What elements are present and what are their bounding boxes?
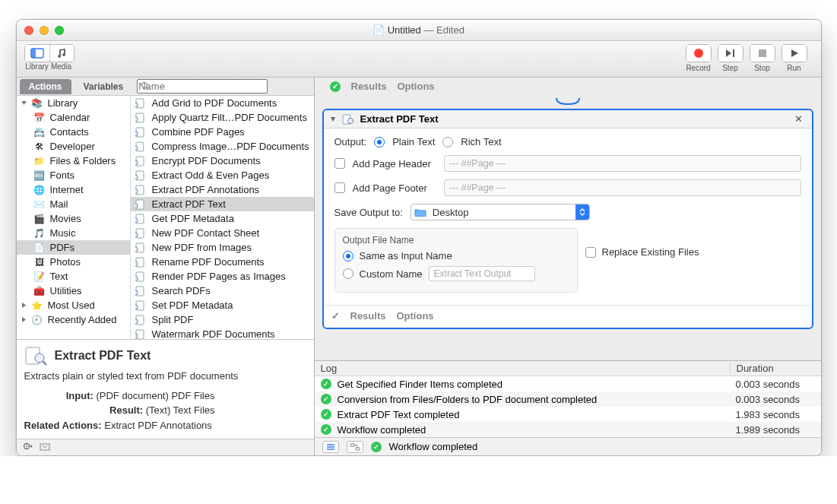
category-icon: 📄 <box>33 242 46 253</box>
radio-rich-text[interactable] <box>442 137 453 147</box>
category-row[interactable]: 🎬Movies <box>17 211 130 226</box>
action-header[interactable]: Extract PDF Text ✕ <box>324 110 812 128</box>
action-row[interactable]: Encrypt PDF Documents <box>131 154 314 168</box>
action-row[interactable]: Split PDF <box>131 312 314 327</box>
category-row[interactable]: ✉️Mail <box>17 197 130 211</box>
pdf-action-icon <box>135 271 147 282</box>
tab-actions[interactable]: Actions <box>20 79 71 94</box>
checkbox-replace-existing[interactable] <box>585 247 596 258</box>
action-row[interactable]: Extract Odd & Even Pages <box>131 168 314 182</box>
media-toggle-button[interactable] <box>49 45 74 62</box>
run-button[interactable] <box>782 45 807 62</box>
tab-variables[interactable]: Variables <box>75 79 133 94</box>
gear-menu-button[interactable] <box>23 442 33 453</box>
svg-point-7 <box>135 103 138 107</box>
category-row[interactable]: 🎵Music <box>17 226 130 240</box>
minimize-window-button[interactable] <box>40 26 49 35</box>
action-row[interactable]: Rename PDF Documents <box>131 255 314 269</box>
log-row[interactable]: ✓Extract PDF Text completed1.983 seconds <box>315 407 821 422</box>
log-view-list-button[interactable] <box>322 441 339 453</box>
action-results-tab[interactable]: Results <box>350 310 386 322</box>
action-label: Add Grid to PDF Documents <box>152 97 277 109</box>
detail-toggle-button[interactable] <box>40 442 50 453</box>
pdf-action-icon <box>135 257 147 268</box>
category-label: Library <box>48 97 78 109</box>
save-destination-popup[interactable]: Desktop <box>411 204 590 220</box>
step-button[interactable] <box>718 45 743 62</box>
category-row[interactable]: 📚Library <box>17 96 130 110</box>
search-input[interactable] <box>137 79 268 94</box>
output-filename-group: Output File Name Same as Input Name Cust… <box>334 228 578 293</box>
action-label: Render PDF Pages as Images <box>152 271 286 282</box>
library-toggle-button[interactable] <box>25 45 49 62</box>
action-row[interactable]: Set PDF Metadata <box>131 298 314 312</box>
category-label: Recently Added <box>48 314 117 325</box>
category-row[interactable]: 🌐Internet <box>17 182 130 197</box>
category-icon: 🔤 <box>33 170 46 181</box>
footer-template-input[interactable]: --- ##Page --- <box>444 179 801 196</box>
prev-options-tab[interactable]: Options <box>397 81 434 92</box>
log-view-flow-button[interactable] <box>347 441 363 453</box>
record-label: Record <box>686 64 710 72</box>
action-row[interactable]: Extract PDF Annotations <box>131 182 314 197</box>
action-row[interactable]: Render PDF Pages as Images <box>131 269 314 284</box>
category-row[interactable]: 🧰Utilities <box>17 284 130 298</box>
category-row[interactable]: 🖼Photos <box>17 255 130 269</box>
category-row[interactable]: 📅Calendar <box>17 110 130 125</box>
workflow-status-text: Workflow completed <box>389 441 478 452</box>
record-button[interactable] <box>686 45 711 62</box>
library-categories[interactable]: 📚Library📅Calendar📇Contacts🛠Developer📁Fil… <box>17 96 131 339</box>
log-header-log[interactable]: Log <box>315 363 730 374</box>
action-label: Extract PDF Text <box>152 198 226 210</box>
action-row[interactable]: Search PDFs <box>131 284 314 298</box>
prev-results-tab[interactable]: Results <box>351 81 387 92</box>
chevron-box-icon <box>40 443 50 451</box>
actions-list[interactable]: Add Grid to PDF DocumentsApply Quartz Fi… <box>131 96 314 339</box>
category-label: Calendar <box>50 112 90 123</box>
log-pane: Log Duration ✓Get Specified Finder Items… <box>315 360 821 437</box>
log-row[interactable]: ✓Conversion from Files/Folders to PDF do… <box>315 391 821 407</box>
action-connector <box>322 98 813 109</box>
checkbox-add-header[interactable] <box>334 158 345 169</box>
log-row[interactable]: ✓Get Specified Finder Items completed0.0… <box>315 376 821 391</box>
close-window-button[interactable] <box>24 26 33 35</box>
category-row[interactable]: 📝Text <box>17 269 130 284</box>
action-row[interactable]: Compress Image…PDF Documents <box>131 139 314 154</box>
action-row[interactable]: Add Grid to PDF Documents <box>131 96 314 110</box>
remove-action-button[interactable]: ✕ <box>791 113 806 125</box>
category-row[interactable]: 🛠Developer <box>17 139 130 154</box>
category-row[interactable]: 📇Contacts <box>17 125 130 139</box>
disclosure-triangle-icon <box>21 303 27 308</box>
log-row[interactable]: ✓Workflow completed1.989 seconds <box>315 422 821 437</box>
workflow-canvas[interactable]: ✓ Results Options Extract PDF Text ✕ <box>315 78 821 360</box>
action-row[interactable]: New PDF from Images <box>131 240 314 255</box>
action-row[interactable]: Extract PDF Text <box>131 197 314 211</box>
category-row[interactable]: 🔤Fonts <box>17 168 130 182</box>
radio-same-name[interactable] <box>343 251 354 262</box>
radio-custom-name[interactable] <box>343 268 354 279</box>
search-icon <box>141 81 150 90</box>
save-output-label: Save Output to: <box>334 207 403 218</box>
header-template-input[interactable]: --- ##Page --- <box>444 155 801 172</box>
category-row[interactable]: ⭐Most Used <box>17 298 130 312</box>
action-label: Get PDF Metadata <box>152 213 234 224</box>
action-options-tab[interactable]: Options <box>396 310 433 322</box>
custom-name-input[interactable]: Extract Text Output <box>429 266 535 281</box>
action-row[interactable]: Watermark PDF Documents <box>131 327 314 339</box>
category-row[interactable]: 🕘Recently Added <box>17 312 130 327</box>
disclosure-triangle-icon[interactable] <box>330 116 336 122</box>
category-row[interactable]: 📁Files & Folders <box>17 154 130 168</box>
category-row[interactable]: 📄PDFs <box>17 240 130 255</box>
svg-rect-52 <box>356 448 360 450</box>
action-row[interactable]: Combine PDF Pages <box>131 125 314 139</box>
detail-input-key: Input: <box>66 390 94 401</box>
log-header-duration[interactable]: Duration <box>730 363 821 374</box>
action-row[interactable]: Get PDF Metadata <box>131 211 314 226</box>
action-label: Split PDF <box>152 314 194 325</box>
checkbox-add-footer[interactable] <box>334 182 345 193</box>
action-row[interactable]: New PDF Contact Sheet <box>131 226 314 240</box>
radio-plain-text[interactable] <box>374 137 385 147</box>
stop-button[interactable] <box>750 45 775 62</box>
action-row[interactable]: Apply Quartz Filt…PDF Documents <box>131 110 314 125</box>
zoom-window-button[interactable] <box>55 26 64 35</box>
